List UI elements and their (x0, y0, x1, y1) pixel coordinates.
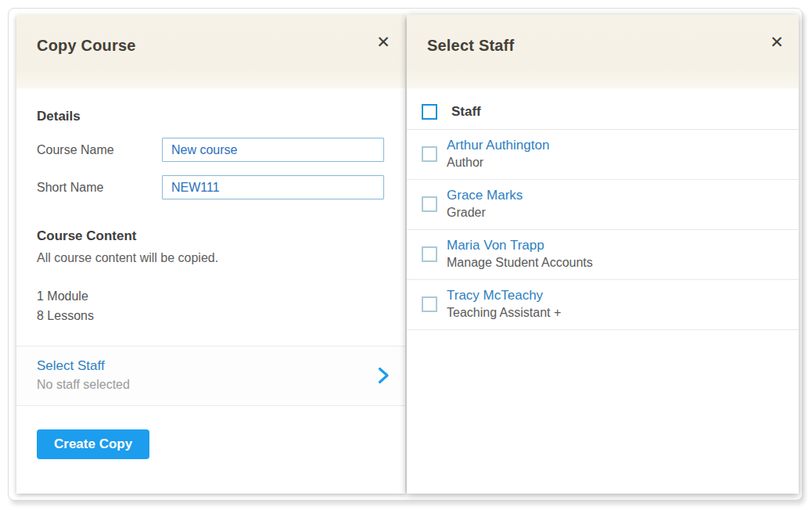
staff-info: Tracy McTeachy Teaching Assistant + (447, 287, 561, 321)
close-icon[interactable]: ✕ (767, 32, 787, 52)
staff-role: Grader (447, 204, 523, 221)
staff-name-link[interactable]: Maria Von Trapp (447, 237, 593, 254)
staff-checkbox[interactable] (422, 296, 437, 312)
staff-list: Staff Arthur Authington Author Grace Mar… (407, 88, 799, 330)
select-staff-header: Select Staff ✕ (407, 15, 799, 88)
short-name-row: Short Name (37, 175, 385, 199)
staff-row[interactable]: Arthur Authington Author (407, 130, 799, 180)
module-count: 1 Module (37, 286, 385, 306)
staff-name-link[interactable]: Grace Marks (447, 187, 523, 204)
chevron-right-icon (378, 367, 390, 384)
create-copy-button[interactable]: Create Copy (37, 429, 149, 459)
select-staff-title: Select Staff (427, 37, 799, 55)
staff-list-header-label: Staff (451, 104, 481, 120)
staff-name-link[interactable]: Arthur Authington (447, 137, 549, 154)
staff-info: Maria Von Trapp Manage Student Accounts (447, 237, 593, 271)
select-staff-modal: Select Staff ✕ Staff Arthur Authington A… (407, 15, 799, 494)
lesson-count: 8 Lessons (37, 306, 385, 325)
copy-course-body: Details Course Name Short Name Course Co… (16, 88, 405, 459)
short-name-input[interactable] (162, 175, 384, 199)
copy-course-header: Copy Course ✕ (16, 15, 405, 88)
close-icon[interactable]: ✕ (373, 32, 393, 52)
course-content-note: All course content will be copied. (37, 251, 385, 265)
select-staff-status: No staff selected (37, 378, 130, 392)
staff-info: Grace Marks Grader (447, 187, 523, 221)
short-name-label: Short Name (37, 181, 162, 195)
details-heading: Details (37, 109, 385, 124)
staff-list-header: Staff (407, 88, 799, 130)
select-staff-link[interactable]: Select Staff (37, 358, 105, 373)
copy-course-modal: Copy Course ✕ Details Course Name Short … (16, 15, 405, 494)
staff-checkbox[interactable] (422, 196, 437, 212)
copy-course-title: Copy Course (37, 37, 405, 55)
staff-checkbox[interactable] (422, 246, 437, 262)
staff-row[interactable]: Grace Marks Grader (407, 180, 799, 230)
select-all-checkbox[interactable] (422, 104, 437, 120)
select-staff-row[interactable]: Select Staff No staff selected (16, 346, 405, 406)
staff-row[interactable]: Tracy McTeachy Teaching Assistant + (407, 280, 799, 330)
course-name-row: Course Name (37, 138, 385, 162)
staff-checkbox[interactable] (422, 146, 437, 162)
staff-row[interactable]: Maria Von Trapp Manage Student Accounts (407, 230, 799, 280)
page-background: Copy Course ✕ Details Course Name Short … (8, 8, 803, 501)
staff-info: Arthur Authington Author (447, 137, 549, 171)
course-name-input[interactable] (162, 138, 384, 162)
staff-role: Author (447, 154, 549, 171)
staff-name-link[interactable]: Tracy McTeachy (447, 287, 561, 304)
staff-role: Teaching Assistant + (447, 304, 561, 321)
course-name-label: Course Name (37, 143, 162, 157)
course-content-counts: 1 Module 8 Lessons (37, 286, 385, 325)
select-staff-texts: Select Staff No staff selected (37, 358, 130, 392)
staff-role: Manage Student Accounts (447, 254, 593, 271)
course-content-heading: Course Content (37, 228, 385, 244)
